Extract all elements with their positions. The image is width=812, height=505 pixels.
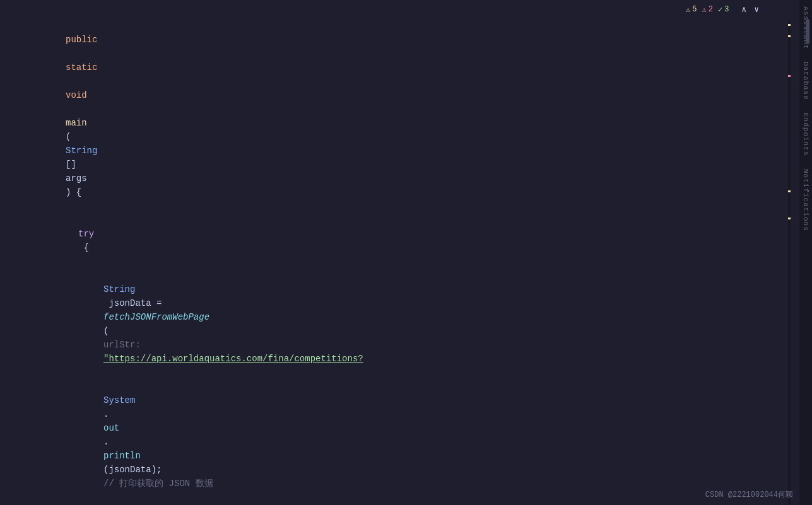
toolbar-nav: ∧ ∨ bbox=[739, 3, 762, 16]
warn-icon: ⚠ bbox=[686, 5, 690, 15]
toolbar-row: ⚠ 5 ⚠ 2 ✓ 3 ∧ ∨ bbox=[0, 0, 799, 19]
scrollbar-track[interactable] bbox=[788, 19, 791, 505]
comment1: // 打印获取的 JSON 数据 bbox=[103, 479, 213, 489]
right-sidebar: Assistant Database Endpoints Notificatio… bbox=[799, 0, 812, 505]
code-line: try { bbox=[0, 213, 799, 269]
type-string-arr: String bbox=[66, 146, 97, 156]
warning-badge[interactable]: ⚠ 5 bbox=[686, 5, 697, 15]
nav-up-button[interactable]: ∧ bbox=[739, 3, 749, 16]
param-hint-urlstr: urlStr: bbox=[103, 340, 146, 350]
scroll-mark-err bbox=[788, 75, 791, 77]
sidebar-item-endpoints[interactable]: Endpoints bbox=[802, 113, 809, 156]
fn-println1: println bbox=[103, 451, 141, 461]
error-badge[interactable]: ⚠ 2 bbox=[702, 5, 712, 15]
type-system1: System bbox=[103, 395, 135, 405]
scroll-mark-warn4 bbox=[788, 218, 791, 219]
ok-badge[interactable]: ✓ 3 bbox=[718, 5, 729, 15]
nav-down-button[interactable]: ∨ bbox=[751, 3, 762, 16]
scroll-mark-warn bbox=[788, 24, 791, 26]
code-container[interactable]: public static void main ( String [] args… bbox=[0, 19, 799, 505]
kw-static: static bbox=[66, 62, 97, 73]
code-line: public static void main ( String [] args… bbox=[0, 19, 799, 213]
scroll-mark-warn3 bbox=[788, 190, 791, 192]
editor-area: ⚠ 5 ⚠ 2 ✓ 3 ∧ ∨ public static bbox=[0, 0, 799, 505]
kw-public: public bbox=[66, 35, 97, 45]
error-count: 2 bbox=[709, 5, 713, 14]
param-args: args bbox=[66, 173, 87, 183]
code-line: System . out . println (jsonData); // 打印… bbox=[0, 380, 799, 504]
sidebar-item-notifications[interactable]: Notifications bbox=[802, 169, 809, 231]
fn-fetch: fetchJSONFromWebPage bbox=[103, 312, 209, 322]
kw-void: void bbox=[66, 90, 87, 100]
watermark: CSDN @2221002044何颖 bbox=[705, 489, 793, 500]
ok-count: 3 bbox=[724, 5, 729, 14]
url-string: "https://api.worldaquatics.com/fina/comp… bbox=[103, 354, 363, 364]
sidebar-item-database[interactable]: Database bbox=[802, 62, 809, 100]
scroll-mark-warn2 bbox=[788, 35, 791, 37]
field-out1: out bbox=[103, 423, 119, 433]
scrollbar-thumb[interactable] bbox=[806, 19, 809, 44]
fn-main: main bbox=[66, 118, 87, 128]
code-block: public static void main ( String [] args… bbox=[0, 19, 799, 505]
kw-try: try bbox=[78, 229, 94, 239]
error-icon: ⚠ bbox=[702, 5, 706, 15]
ok-icon: ✓ bbox=[718, 5, 722, 15]
code-line: String jsonData = fetchJSONFromWebPage (… bbox=[0, 269, 799, 380]
warning-count: 5 bbox=[692, 5, 697, 14]
type-string1: String bbox=[103, 284, 135, 294]
